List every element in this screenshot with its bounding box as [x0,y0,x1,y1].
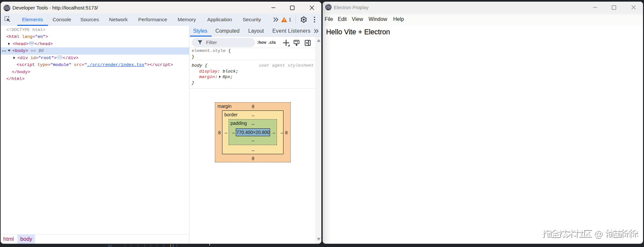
svg-text:@: @ [593,228,603,239]
